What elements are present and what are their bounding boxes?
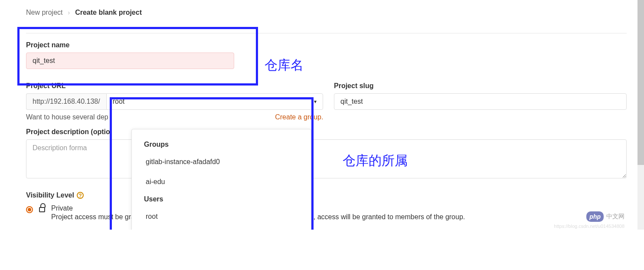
help-icon[interactable]: ? — [77, 192, 84, 199]
annotation-repo-name: 仓库名 — [265, 56, 304, 74]
php-badge: php — [586, 211, 604, 222]
helper-text: Want to house several dep Create a group… — [26, 113, 644, 121]
breadcrumb-parent[interactable]: New project — [26, 9, 62, 16]
namespace-select[interactable]: root ▾ — [106, 93, 323, 110]
dropdown-item-group[interactable]: gitlab-instance-afadafd0 — [132, 152, 311, 172]
namespace-dropdown: Groups gitlab-instance-afadafd0 ai-edu U… — [131, 129, 311, 230]
dropdown-users-header: Users — [132, 192, 311, 207]
create-group-link[interactable]: Create a group. — [275, 113, 323, 121]
namespace-selected: root — [113, 98, 125, 105]
dropdown-groups-header: Groups — [132, 137, 311, 152]
visibility-option-private[interactable]: Private Project access must be granted e… — [26, 204, 644, 221]
watermark-text: 中文网 — [606, 213, 624, 221]
description-input[interactable] — [26, 139, 627, 178]
scrollbar[interactable] — [637, 0, 644, 230]
breadcrumb: New project › Create blank project — [26, 9, 644, 16]
visibility-label: Visibility Level ? — [26, 191, 644, 199]
dropdown-item-user[interactable]: root — [132, 207, 311, 227]
project-slug-label: Project slug — [334, 82, 627, 90]
project-name-label: Project name — [26, 41, 644, 49]
divider — [26, 33, 627, 33]
watermark-url: https://blog.csdn.net/u014534808 — [554, 224, 624, 229]
description-label: Project description (optio — [26, 128, 644, 136]
radio-checked-icon[interactable] — [26, 206, 33, 213]
dropdown-item-group[interactable]: ai-edu — [132, 172, 311, 192]
project-name-input[interactable] — [26, 53, 234, 69]
lock-icon — [39, 207, 45, 212]
annotation-repo-owner: 仓库的所属 — [343, 152, 408, 170]
chevron-down-icon: ▾ — [314, 99, 317, 105]
chevron-right-icon: › — [68, 9, 70, 16]
watermark: php 中文网 — [586, 211, 624, 222]
project-url-label: Project URL — [26, 82, 334, 90]
project-slug-input[interactable] — [334, 93, 627, 110]
scrollbar-thumb[interactable] — [637, 0, 644, 165]
breadcrumb-current: Create blank project — [75, 9, 142, 16]
project-url-prefix: http://192.168.40.138/ — [26, 93, 106, 110]
